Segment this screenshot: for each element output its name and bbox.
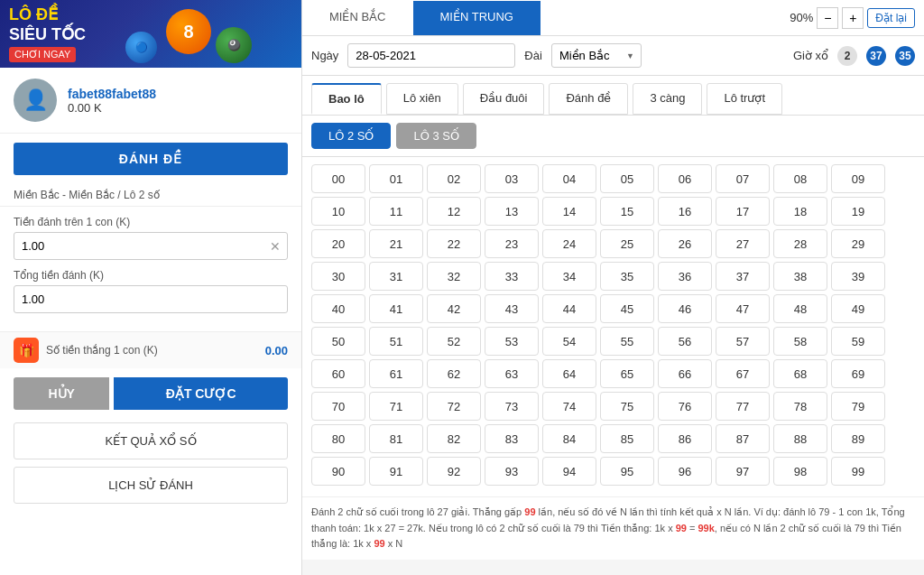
- number-cell-17[interactable]: 17: [716, 197, 770, 226]
- number-cell-36[interactable]: 36: [658, 262, 712, 291]
- number-cell-26[interactable]: 26: [658, 229, 712, 258]
- zoom-minus-button[interactable]: −: [817, 7, 838, 29]
- ket-qua-button[interactable]: KẾT QUẢ XỔ SỐ: [14, 422, 288, 459]
- number-cell-71[interactable]: 71: [369, 392, 423, 421]
- tab-mien-trung[interactable]: MIỀN TRUNG: [413, 1, 541, 35]
- number-cell-57[interactable]: 57: [716, 327, 770, 356]
- number-cell-83[interactable]: 83: [485, 424, 539, 453]
- number-cell-10[interactable]: 10: [311, 197, 365, 226]
- number-cell-12[interactable]: 12: [427, 197, 481, 226]
- number-cell-47[interactable]: 47: [716, 294, 770, 323]
- number-cell-16[interactable]: 16: [658, 197, 712, 226]
- mien-select[interactable]: Miền Bắc Miền Trung Miền Nam: [551, 43, 642, 68]
- number-cell-01[interactable]: 01: [369, 164, 423, 193]
- number-cell-33[interactable]: 33: [485, 262, 539, 291]
- number-cell-27[interactable]: 27: [716, 229, 770, 258]
- number-cell-87[interactable]: 87: [716, 424, 770, 453]
- number-cell-64[interactable]: 64: [542, 359, 596, 388]
- number-cell-22[interactable]: 22: [427, 229, 481, 258]
- number-cell-06[interactable]: 06: [658, 164, 712, 193]
- number-cell-66[interactable]: 66: [658, 359, 712, 388]
- number-cell-79[interactable]: 79: [831, 392, 885, 421]
- tab-lo-2-so[interactable]: LÔ 2 SỐ: [311, 123, 391, 149]
- tab-mien-bac[interactable]: MIỀN BẮC: [302, 1, 413, 35]
- number-cell-05[interactable]: 05: [600, 164, 654, 193]
- number-cell-68[interactable]: 68: [773, 359, 827, 388]
- number-cell-51[interactable]: 51: [369, 327, 423, 356]
- number-cell-98[interactable]: 98: [773, 457, 827, 486]
- number-cell-70[interactable]: 70: [311, 392, 365, 421]
- number-cell-00[interactable]: 00: [311, 164, 365, 193]
- number-cell-45[interactable]: 45: [600, 294, 654, 323]
- number-cell-49[interactable]: 49: [831, 294, 885, 323]
- tab-3-cang[interactable]: 3 càng: [633, 83, 702, 115]
- number-cell-81[interactable]: 81: [369, 424, 423, 453]
- number-cell-38[interactable]: 38: [773, 262, 827, 291]
- number-cell-31[interactable]: 31: [369, 262, 423, 291]
- number-cell-09[interactable]: 09: [831, 164, 885, 193]
- number-cell-58[interactable]: 58: [773, 327, 827, 356]
- number-cell-84[interactable]: 84: [542, 424, 596, 453]
- tab-lo-truot[interactable]: Lô trượt: [707, 83, 782, 115]
- number-cell-40[interactable]: 40: [311, 294, 365, 323]
- number-cell-80[interactable]: 80: [311, 424, 365, 453]
- number-cell-85[interactable]: 85: [600, 424, 654, 453]
- number-cell-99[interactable]: 99: [831, 457, 885, 486]
- number-cell-55[interactable]: 55: [600, 327, 654, 356]
- number-cell-13[interactable]: 13: [485, 197, 539, 226]
- number-cell-11[interactable]: 11: [369, 197, 423, 226]
- tien-danh-clear-icon[interactable]: ✕: [270, 239, 281, 254]
- number-cell-23[interactable]: 23: [485, 229, 539, 258]
- huy-button[interactable]: HỦY: [14, 377, 109, 410]
- number-cell-88[interactable]: 88: [773, 424, 827, 453]
- number-cell-21[interactable]: 21: [369, 229, 423, 258]
- dat-cuoc-button[interactable]: ĐẶT CƯỢC: [114, 377, 288, 410]
- number-cell-60[interactable]: 60: [311, 359, 365, 388]
- number-cell-74[interactable]: 74: [542, 392, 596, 421]
- number-cell-42[interactable]: 42: [427, 294, 481, 323]
- date-input[interactable]: [347, 43, 515, 68]
- number-cell-15[interactable]: 15: [600, 197, 654, 226]
- tab-lo-3-so[interactable]: LÔ 3 SỐ: [396, 123, 476, 149]
- tong-tien-input[interactable]: [14, 285, 288, 313]
- number-cell-94[interactable]: 94: [542, 457, 596, 486]
- reset-button[interactable]: Đặt lại: [867, 8, 915, 28]
- number-cell-02[interactable]: 02: [427, 164, 481, 193]
- number-cell-69[interactable]: 69: [831, 359, 885, 388]
- tab-bao-lo[interactable]: Bao lô: [311, 83, 382, 115]
- tab-lo-xien[interactable]: Lô xiên: [386, 83, 458, 115]
- number-cell-53[interactable]: 53: [485, 327, 539, 356]
- number-cell-90[interactable]: 90: [311, 457, 365, 486]
- number-cell-52[interactable]: 52: [427, 327, 481, 356]
- number-cell-62[interactable]: 62: [427, 359, 481, 388]
- number-cell-07[interactable]: 07: [716, 164, 770, 193]
- number-cell-37[interactable]: 37: [716, 262, 770, 291]
- number-cell-25[interactable]: 25: [600, 229, 654, 258]
- number-cell-75[interactable]: 75: [600, 392, 654, 421]
- gio-badge-37[interactable]: 37: [866, 46, 886, 66]
- number-cell-48[interactable]: 48: [773, 294, 827, 323]
- number-cell-46[interactable]: 46: [658, 294, 712, 323]
- number-cell-67[interactable]: 67: [716, 359, 770, 388]
- number-cell-61[interactable]: 61: [369, 359, 423, 388]
- number-cell-91[interactable]: 91: [369, 457, 423, 486]
- lich-su-button[interactable]: LỊCH SỬ ĐÁNH: [14, 467, 288, 504]
- number-cell-76[interactable]: 76: [658, 392, 712, 421]
- zoom-plus-button[interactable]: +: [842, 7, 864, 29]
- number-cell-77[interactable]: 77: [716, 392, 770, 421]
- number-cell-03[interactable]: 03: [485, 164, 539, 193]
- gio-badge-2[interactable]: 2: [837, 46, 857, 66]
- number-cell-19[interactable]: 19: [831, 197, 885, 226]
- number-cell-86[interactable]: 86: [658, 424, 712, 453]
- play-now-btn[interactable]: CHƠI NGAY: [9, 47, 76, 62]
- number-cell-41[interactable]: 41: [369, 294, 423, 323]
- number-cell-63[interactable]: 63: [485, 359, 539, 388]
- tien-danh-input[interactable]: [14, 232, 288, 260]
- number-cell-24[interactable]: 24: [542, 229, 596, 258]
- number-cell-20[interactable]: 20: [311, 229, 365, 258]
- number-cell-56[interactable]: 56: [658, 327, 712, 356]
- number-cell-04[interactable]: 04: [542, 164, 596, 193]
- number-cell-32[interactable]: 32: [427, 262, 481, 291]
- number-cell-72[interactable]: 72: [427, 392, 481, 421]
- number-cell-50[interactable]: 50: [311, 327, 365, 356]
